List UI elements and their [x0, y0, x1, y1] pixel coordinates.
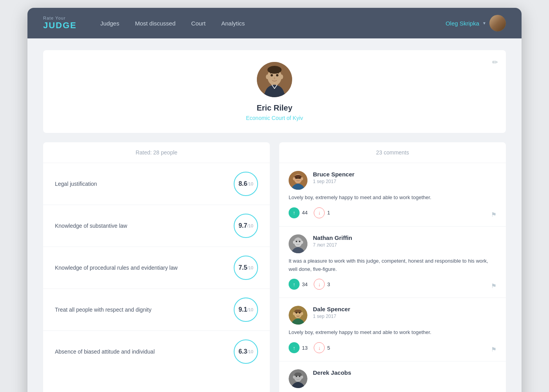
rating-label: Knowledge of procedural rules and eviden… — [55, 265, 234, 271]
nav-user-name[interactable]: Oleg Skripka — [445, 20, 479, 27]
rating-circle: 9.1/10 — [234, 298, 258, 322]
profile-avatar — [257, 62, 292, 97]
rating-value: 6.3 — [238, 348, 247, 355]
rating-value: 9.7 — [238, 222, 247, 229]
comment-item: Bruce Spencer 1 sep 2017 Lovely boy, ext… — [279, 163, 506, 227]
commenter-name: Bruce Spencer — [313, 171, 496, 178]
rating-max: /10 — [247, 181, 253, 186]
svg-point-18 — [299, 241, 300, 242]
profile-court[interactable]: Economic Court of Kyiv — [246, 115, 303, 121]
browser-window: Rate Your JUDGE Judges Most discussed Co… — [27, 8, 522, 392]
svg-point-31 — [299, 376, 300, 377]
flag-icon[interactable]: ⚑ — [491, 211, 496, 218]
comment-date: 1 sep 2017 — [313, 314, 496, 319]
svg-point-17 — [296, 241, 297, 242]
svg-point-4 — [280, 74, 283, 79]
comment-date: 7 лют 2017 — [313, 242, 496, 248]
nav-user-avatar[interactable] — [489, 15, 506, 31]
rating-row: Knowledge of substantive law 9.7/10 — [43, 205, 270, 247]
comment-meta: Bruce Spencer 1 sep 2017 — [313, 171, 496, 184]
rating-label: Legal justification — [55, 181, 234, 187]
comment-item: Nathan Griffin 7 лют 2017 It was a pleas… — [279, 227, 506, 298]
comment-actions: ↑ 34 ↓ 3 — [289, 279, 496, 290]
svg-point-5 — [271, 74, 273, 76]
nav-user: Oleg Skripka ▾ — [445, 15, 506, 31]
downvote-button[interactable]: ↓ 1 — [314, 207, 330, 218]
upvote-icon: ↑ — [289, 279, 300, 290]
nav-links: Judges Most discussed Court Analytics — [100, 20, 445, 27]
upvote-count: 34 — [302, 281, 307, 287]
upvote-button[interactable]: ↑ 34 — [289, 279, 307, 290]
comments-card: 23 comments — [279, 142, 506, 392]
rating-label: Knowledge of substantive law — [55, 223, 234, 229]
commenter-name: Nathan Griffin — [313, 234, 496, 241]
comment-item: Dale Spencer 1 sep 2017 Lovely boy, extr… — [279, 298, 506, 361]
avatar-image — [489, 15, 506, 31]
rating-max: /10 — [247, 223, 253, 228]
rating-max: /10 — [247, 349, 253, 354]
downvote-button[interactable]: ↓ 5 — [314, 342, 330, 353]
chevron-down-icon: ▾ — [483, 20, 485, 26]
profile-card: ✏ — [43, 50, 506, 133]
comment-meta: Dale Spencer 1 sep 2017 — [313, 306, 496, 319]
svg-point-30 — [296, 376, 297, 377]
svg-point-11 — [296, 177, 297, 179]
comment-top: Dale Spencer 1 sep 2017 — [289, 306, 496, 325]
comment-top: Derek Jacobs — [289, 369, 496, 388]
nav-analytics[interactable]: Analytics — [221, 20, 245, 27]
comment-item: Derek Jacobs — [279, 361, 506, 392]
svg-point-24 — [299, 312, 300, 314]
commenter-avatar — [289, 306, 307, 325]
upvote-icon: ↑ — [289, 342, 300, 353]
rating-row: Knowledge of procedural rules and eviden… — [43, 247, 270, 289]
rating-circle: 8.6/10 — [234, 172, 258, 196]
edit-icon[interactable]: ✏ — [492, 58, 498, 67]
svg-point-22 — [301, 312, 303, 315]
svg-point-23 — [296, 312, 297, 314]
nav-judges[interactable]: Judges — [100, 20, 119, 27]
upvote-count: 13 — [302, 345, 307, 351]
rating-max: /10 — [247, 307, 253, 312]
downvote-button[interactable]: ↓ 3 — [314, 279, 330, 290]
nav-court[interactable]: Court — [191, 20, 206, 27]
flag-icon[interactable]: ⚑ — [491, 282, 496, 290]
svg-point-3 — [266, 74, 269, 79]
commenter-avatar — [289, 234, 307, 253]
svg-point-10 — [301, 177, 303, 180]
svg-point-2 — [267, 66, 282, 74]
rating-label: Absence of biased attitude and individua… — [55, 348, 234, 355]
upvote-count: 44 — [302, 210, 307, 216]
rating-value: 9.1 — [238, 306, 247, 313]
upvote-icon: ↑ — [289, 207, 300, 218]
rating-circle: 6.3/10 — [234, 339, 258, 364]
svg-point-6 — [276, 74, 278, 76]
ratings-header: Rated: 28 people — [43, 142, 270, 163]
svg-rect-25 — [296, 316, 300, 317]
comment-top: Bruce Spencer 1 sep 2017 — [289, 171, 496, 190]
comment-text: It was a pleasure to work with this judg… — [289, 257, 496, 274]
rating-max: /10 — [247, 265, 253, 270]
upvote-button[interactable]: ↑ 13 — [289, 342, 307, 353]
comment-text: Lovely boy, extremely happy to meet and … — [289, 328, 496, 337]
logo-bottom: JUDGE — [43, 20, 77, 31]
svg-point-29 — [301, 376, 303, 379]
comment-top: Nathan Griffin 7 лют 2017 — [289, 234, 496, 253]
downvote-count: 3 — [327, 281, 330, 287]
logo-top: Rate Your — [43, 16, 77, 20]
navbar: Rate Your JUDGE Judges Most discussed Co… — [27, 8, 522, 38]
logo[interactable]: Rate Your JUDGE — [43, 16, 77, 31]
comment-actions: ↑ 13 ↓ 5 — [289, 342, 496, 353]
upvote-button[interactable]: ↑ 44 — [289, 207, 307, 218]
downvote-icon: ↓ — [314, 342, 325, 353]
svg-point-28 — [293, 376, 295, 379]
svg-point-12 — [299, 177, 300, 179]
main-content: ✏ — [27, 38, 522, 392]
flag-icon[interactable]: ⚑ — [491, 346, 496, 353]
nav-most-discussed[interactable]: Most discussed — [135, 20, 175, 27]
rating-circle: 7.5/10 — [234, 256, 258, 280]
svg-point-16 — [301, 241, 303, 244]
downvote-count: 1 — [327, 210, 330, 216]
commenter-avatar — [289, 171, 307, 190]
rating-label: Treat all people with respect and dignit… — [55, 307, 234, 313]
commenter-avatar — [289, 369, 307, 388]
